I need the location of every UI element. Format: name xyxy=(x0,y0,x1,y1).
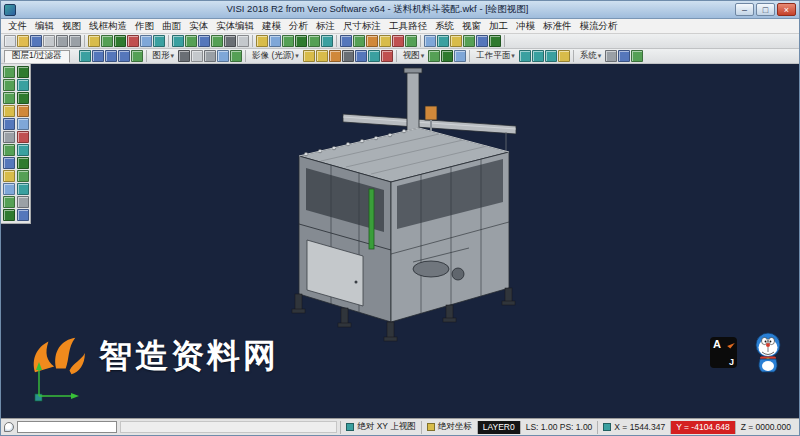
grid-icon[interactable] xyxy=(269,35,281,47)
toolbar-group-label[interactable]: 工作平面▾ xyxy=(473,50,518,62)
side-tool-4-icon[interactable] xyxy=(17,157,29,169)
toolbar-group-label[interactable]: 视图▾ xyxy=(400,50,428,62)
select-filter-icon[interactable] xyxy=(3,66,15,78)
light-2-icon[interactable] xyxy=(316,50,328,62)
snap-point-icon[interactable] xyxy=(17,66,29,78)
copy-icon[interactable] xyxy=(69,35,81,47)
render-hidden-icon[interactable] xyxy=(204,50,216,62)
toolbar-group-label[interactable]: 图形▾ xyxy=(150,50,178,62)
paste-icon[interactable] xyxy=(88,35,100,47)
view-top-icon[interactable] xyxy=(105,50,117,62)
menu-item-11[interactable]: 标注 xyxy=(312,20,339,33)
menu-item-16[interactable]: 加工 xyxy=(485,20,512,33)
background-icon[interactable] xyxy=(355,50,367,62)
zoom-out-icon[interactable] xyxy=(172,35,184,47)
pan-icon[interactable] xyxy=(198,35,210,47)
menu-item-5[interactable]: 作图 xyxy=(131,20,158,33)
material-icon[interactable] xyxy=(329,50,341,62)
menu-item-10[interactable]: 分析 xyxy=(285,20,312,33)
snap-intersect-icon[interactable] xyxy=(17,92,29,104)
trim-icon[interactable] xyxy=(392,35,404,47)
print-icon[interactable] xyxy=(43,35,55,47)
side-tool-3-icon[interactable] xyxy=(3,157,15,169)
zoom-fit-icon[interactable] xyxy=(185,35,197,47)
side-tool-10-icon[interactable] xyxy=(17,196,29,208)
snap-end-icon[interactable] xyxy=(3,92,15,104)
side-tool-9-icon[interactable] xyxy=(3,196,15,208)
info-icon[interactable] xyxy=(631,50,643,62)
side-tool-8-icon[interactable] xyxy=(17,183,29,195)
layer-filter-tab[interactable]: 图层1/过滤器 xyxy=(4,50,70,63)
view-restore-icon[interactable] xyxy=(441,50,453,62)
extend-icon[interactable] xyxy=(405,35,417,47)
database-icon[interactable] xyxy=(618,50,630,62)
wcs-icon[interactable] xyxy=(3,105,15,117)
menu-item-2[interactable]: 编辑 xyxy=(31,20,58,33)
toolbar-group-label[interactable]: 系统▾ xyxy=(577,50,605,62)
select-icon[interactable] xyxy=(140,35,152,47)
colors-icon[interactable] xyxy=(17,131,29,143)
menu-item-13[interactable]: 工具路径 xyxy=(385,20,431,33)
settings-icon[interactable] xyxy=(605,50,617,62)
group-icon[interactable] xyxy=(17,118,29,130)
view-front-icon[interactable] xyxy=(92,50,104,62)
menu-item-8[interactable]: 实体编辑 xyxy=(212,20,258,33)
side-tool-6-icon[interactable] xyxy=(17,170,29,182)
snap-center-icon[interactable] xyxy=(17,79,29,91)
menu-item-18[interactable]: 标准件 xyxy=(539,20,576,33)
menu-item-1[interactable]: 文件 xyxy=(4,20,31,33)
menu-item-12[interactable]: 尺寸标注 xyxy=(339,20,385,33)
ucs-icon[interactable] xyxy=(17,105,29,117)
text-icon[interactable] xyxy=(476,35,488,47)
snap-mid-icon[interactable] xyxy=(3,79,15,91)
workplane-xy-icon[interactable] xyxy=(519,50,531,62)
offset-icon[interactable] xyxy=(437,35,449,47)
measure-icon[interactable] xyxy=(450,35,462,47)
polyline-icon[interactable] xyxy=(353,35,365,47)
render-ghost-icon[interactable] xyxy=(217,50,229,62)
viewport-workspace[interactable]: 智造资料网 A J xyxy=(1,64,799,418)
menu-item-14[interactable]: 系统 xyxy=(431,20,458,33)
circle-icon[interactable] xyxy=(321,35,333,47)
side-tool-1-icon[interactable] xyxy=(3,144,15,156)
chamfer-icon[interactable] xyxy=(379,35,391,47)
undo-icon[interactable] xyxy=(101,35,113,47)
minimize-button[interactable]: – xyxy=(735,3,754,16)
render-edges-icon[interactable] xyxy=(230,50,242,62)
dimension-icon[interactable] xyxy=(463,35,475,47)
help-icon[interactable] xyxy=(489,35,501,47)
mirror-icon[interactable] xyxy=(424,35,436,47)
close-button[interactable]: × xyxy=(777,3,796,16)
side-tool-5-icon[interactable] xyxy=(3,170,15,182)
menu-item-6[interactable]: 曲面 xyxy=(158,20,185,33)
side-tool-12-icon[interactable] xyxy=(17,209,29,221)
view-right-icon[interactable] xyxy=(118,50,130,62)
light-1-icon[interactable] xyxy=(303,50,315,62)
view-rotate-icon[interactable] xyxy=(131,50,143,62)
shade-icon[interactable] xyxy=(224,35,236,47)
menu-item-7[interactable]: 实体 xyxy=(185,20,212,33)
workplane-yz-icon[interactable] xyxy=(545,50,557,62)
workplane-custom-icon[interactable] xyxy=(558,50,570,62)
view-iso-icon[interactable] xyxy=(79,50,91,62)
line-icon[interactable] xyxy=(295,35,307,47)
maximize-button[interactable]: □ xyxy=(756,3,775,16)
shadow-icon[interactable] xyxy=(342,50,354,62)
menu-item-15[interactable]: 视窗 xyxy=(458,20,485,33)
side-tool-7-icon[interactable] xyxy=(3,183,15,195)
zoom-in-icon[interactable] xyxy=(153,35,165,47)
new-file-icon[interactable] xyxy=(4,35,16,47)
render-wire-icon[interactable] xyxy=(191,50,203,62)
rectangle-icon[interactable] xyxy=(340,35,352,47)
delete-icon[interactable] xyxy=(127,35,139,47)
cut-icon[interactable] xyxy=(56,35,68,47)
save-icon[interactable] xyxy=(30,35,42,47)
point-icon[interactable] xyxy=(282,35,294,47)
side-tool-11-icon[interactable] xyxy=(3,209,15,221)
view-save-icon[interactable] xyxy=(428,50,440,62)
attributes-icon[interactable] xyxy=(3,131,15,143)
menu-item-17[interactable]: 冲模 xyxy=(512,20,539,33)
view-list-icon[interactable] xyxy=(454,50,466,62)
rotate-view-icon[interactable] xyxy=(211,35,223,47)
fillet-icon[interactable] xyxy=(366,35,378,47)
